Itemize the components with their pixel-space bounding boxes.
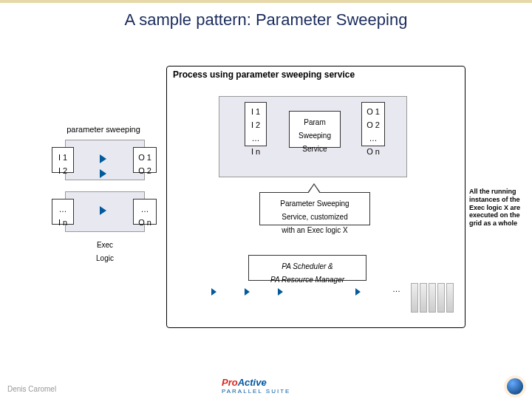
process-box-title: Process using parameter sweeping service [167,66,465,83]
logo-pro: Pro [222,377,238,388]
inner-input: I 1 I 2… I n [245,102,267,146]
left-output-bottom-text: … O n [138,205,151,227]
param-sweep-service-text: Param Sweeping Service [299,118,331,153]
play-icon [211,288,216,296]
process-box: Process using parameter sweeping service… [166,66,466,328]
server-icon [429,283,436,313]
play-icon [100,206,106,215]
param-sweep-service-box: Param Sweeping Service [289,111,341,148]
callout-box: Parameter Sweeping Service, customized w… [259,192,370,225]
callout-tail [308,185,320,194]
callout-text: Parameter Sweeping Service, customized w… [280,200,349,234]
left-output-top: O 1 O 2 [133,147,157,173]
play-icon [245,288,250,296]
exec-logic-text: Exec Logic [96,241,114,262]
inner-output-top: O 1 O 2 [366,107,380,129]
inner-input-bottom: … I n [251,134,260,156]
globe-icon [507,378,523,395]
exec-logic-label: Exec Logic [87,236,123,256]
left-input-top-text: I 1 I 2 [58,153,67,175]
scheduler-box: PA Scheduler & PA Resource Manager [248,255,366,281]
play-icon [278,288,283,296]
proactive-logo: ProActive PARALLEL SUITE [222,377,290,395]
ellipsis: … [392,284,400,293]
inner-output-bottom: … O n [366,134,380,156]
left-input-top: I 1 I 2 [52,147,74,173]
server-icon [446,283,454,313]
server-icon [437,283,445,313]
server-icon [420,283,427,313]
play-icon [100,154,106,163]
server-icon [411,283,418,313]
logo-subtitle: PARALLEL SUITE [222,388,290,395]
inner-input-top: I 1 I 2 [251,107,260,129]
play-icon [100,169,106,178]
page-title: A sample pattern: Parameter Sweeping [0,10,532,30]
left-input-bottom: … I n [52,199,74,225]
left-input-bottom-text: … I n [58,205,67,227]
param-sweep-label: parameter sweeping [52,125,155,134]
server-cluster-icon [411,283,454,313]
logo-active: Active [238,377,267,388]
side-note: All the running instances of the Exec lo… [469,188,528,228]
scheduler-text: PA Scheduler & PA Resource Manager [270,262,344,284]
play-icon [355,288,361,296]
left-output-bottom: … O n [133,199,157,225]
inner-output: O 1 O 2… O n [361,102,385,146]
left-output-top-text: O 1 O 2 [138,153,151,175]
footer-author: Denis Caromel [7,385,56,393]
